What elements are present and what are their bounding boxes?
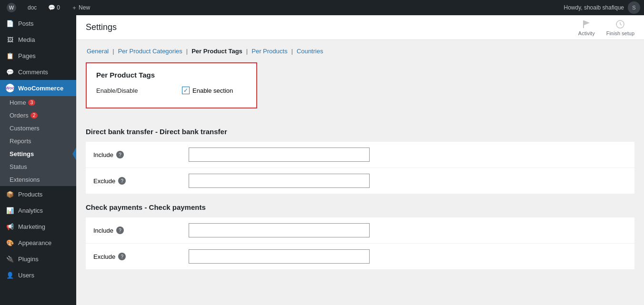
finish-setup-label: Finish setup <box>606 30 634 36</box>
sidebar-item-plugins[interactable]: 🔌 Plugins <box>0 251 76 267</box>
check-payments-section: Check payments - Check payments Include … <box>86 203 634 269</box>
user-greeting: Howdy, shoaib shafique <box>564 4 624 11</box>
woo-sub-status[interactable]: Status <box>0 160 76 173</box>
direct-bank-transfer-heading: Direct bank transfer - Direct bank trans… <box>86 128 634 136</box>
separator-1: | <box>112 48 114 55</box>
check-exclude-row: Exclude ? <box>86 244 634 270</box>
sidebar-item-pages[interactable]: 📋 Pages <box>0 48 76 64</box>
woo-extensions-label: Extensions <box>10 176 40 183</box>
direct-bank-exclude-help-icon[interactable]: ? <box>118 177 126 185</box>
direct-bank-include-label-cell: Include ? <box>86 142 181 168</box>
direct-bank-include-label: Include <box>93 151 113 158</box>
per-product-tags-title: Per Product Tags <box>96 71 247 79</box>
tab-general[interactable]: General <box>86 48 110 55</box>
site-name-button[interactable]: doc <box>25 3 40 12</box>
woocommerce-menu-header[interactable]: Woo WooCommerce <box>0 80 76 96</box>
woo-sub-customers[interactable]: Customers <box>0 122 76 135</box>
finish-setup-button[interactable]: Finish setup <box>606 19 634 36</box>
woocommerce-icon: Woo <box>6 84 14 92</box>
activity-label: Activity <box>578 30 595 36</box>
direct-bank-include-input-cell <box>181 142 634 168</box>
main-layout: 📄 Posts 🖼 Media 📋 Pages 💬 Comments Woo W… <box>0 15 644 305</box>
sidebar-item-media-label: Media <box>18 36 35 43</box>
plus-icon: ＋ <box>71 4 77 12</box>
check-include-help-icon[interactable]: ? <box>116 226 124 234</box>
sidebar-appearance-label: Appearance <box>18 239 51 246</box>
comments-count: 0 <box>57 4 60 11</box>
sidebar-item-posts-label: Posts <box>18 20 34 27</box>
tab-per-product-categories[interactable]: Per Product Categories <box>117 48 183 55</box>
admin-bar-left: W doc 💬 0 ＋ New <box>4 2 93 13</box>
woo-sub-settings[interactable]: Settings <box>0 148 76 160</box>
check-payments-table: Include ? Exclude ? <box>86 217 634 269</box>
sidebar-item-appearance[interactable]: 🎨 Appearance <box>0 235 76 251</box>
check-exclude-help-icon[interactable]: ? <box>118 253 126 260</box>
page-title: Settings <box>86 22 117 32</box>
sidebar-item-products[interactable]: 📦 Products <box>0 186 76 202</box>
sidebar-item-media[interactable]: 🖼 Media <box>0 31 76 48</box>
direct-bank-exclude-row: Exclude ? <box>86 168 634 194</box>
comments-button[interactable]: 💬 0 <box>45 3 63 12</box>
avatar[interactable]: S <box>628 1 640 14</box>
woocommerce-submenu: Home 3 Orders 2 Customers Reports Settin… <box>0 96 76 186</box>
check-include-input[interactable] <box>189 223 370 237</box>
woo-orders-label: Orders <box>10 112 29 119</box>
analytics-icon: 📊 <box>6 206 14 215</box>
sidebar: 📄 Posts 🖼 Media 📋 Pages 💬 Comments Woo W… <box>0 15 76 305</box>
sidebar-item-posts[interactable]: 📄 Posts <box>0 15 76 31</box>
svg-rect-0 <box>583 20 584 28</box>
direct-bank-exclude-input[interactable] <box>189 174 370 188</box>
sidebar-item-comments-label: Comments <box>18 69 48 76</box>
site-name: doc <box>28 4 37 11</box>
tab-countries[interactable]: Countries <box>296 48 324 55</box>
admin-bar-right: Howdy, shoaib shafique S <box>564 1 640 14</box>
sidebar-item-marketing[interactable]: 📢 Marketing <box>0 218 76 235</box>
sidebar-item-analytics[interactable]: 📊 Analytics <box>0 202 76 218</box>
woo-settings-label: Settings <box>10 150 34 157</box>
tab-per-products[interactable]: Per Products <box>251 48 288 55</box>
woo-home-label: Home <box>10 99 26 106</box>
home-badge: 3 <box>28 99 36 106</box>
enable-section-checkbox[interactable]: ✓ <box>182 87 190 94</box>
svg-line-3 <box>620 24 622 25</box>
enable-disable-control: ✓ Enable section <box>182 87 233 94</box>
direct-bank-include-input[interactable] <box>189 148 370 162</box>
wp-logo-button[interactable]: W <box>4 2 19 13</box>
top-bar-actions: Activity Finish setup <box>578 19 634 36</box>
check-include-label-cell: Include ? <box>86 217 181 244</box>
woo-sub-reports[interactable]: Reports <box>0 135 76 148</box>
direct-bank-transfer-section: Direct bank transfer - Direct bank trans… <box>86 128 634 194</box>
direct-bank-exclude-label: Exclude <box>93 177 115 185</box>
activity-button[interactable]: Activity <box>578 19 595 36</box>
enable-section-checkbox-wrapper[interactable]: ✓ Enable section <box>182 87 233 94</box>
check-include-label: Include <box>93 227 113 234</box>
per-product-tags-section: Per Product Tags Enable/Disable ✓ Enable… <box>86 62 257 108</box>
users-icon: 👤 <box>6 271 14 279</box>
woo-status-label: Status <box>10 163 27 170</box>
woo-sub-extensions[interactable]: Extensions <box>0 173 76 186</box>
tab-per-product-tags[interactable]: Per Product Tags <box>191 48 243 55</box>
new-label: New <box>79 4 90 11</box>
check-payments-heading: Check payments - Check payments <box>86 203 634 211</box>
posts-icon: 📄 <box>6 19 14 28</box>
sidebar-item-comments[interactable]: 💬 Comments <box>0 64 76 80</box>
top-bar: Settings Activity <box>76 15 644 40</box>
direct-bank-exclude-label-cell: Exclude ? <box>86 168 181 194</box>
marketing-icon: 📢 <box>6 222 14 231</box>
enable-section-label: Enable section <box>192 87 233 94</box>
sidebar-marketing-label: Marketing <box>18 223 45 230</box>
sidebar-item-users[interactable]: 👤 Users <box>0 267 76 283</box>
direct-bank-include-help-icon[interactable]: ? <box>116 151 124 158</box>
appearance-icon: 🎨 <box>6 238 14 247</box>
orders-badge: 2 <box>30 112 38 118</box>
sidebar-analytics-label: Analytics <box>18 207 43 214</box>
comment-icon: 💬 <box>48 4 55 11</box>
check-exclude-label-cell: Exclude ? <box>86 244 181 270</box>
woo-sub-orders[interactable]: Orders 2 <box>0 109 76 122</box>
new-button[interactable]: ＋ New <box>69 3 93 13</box>
check-exclude-label: Exclude <box>93 253 115 260</box>
check-exclude-input[interactable] <box>189 249 370 264</box>
sidebar-products-label: Products <box>18 191 42 198</box>
woo-sub-home[interactable]: Home 3 <box>0 96 76 109</box>
check-include-input-cell <box>181 217 634 244</box>
